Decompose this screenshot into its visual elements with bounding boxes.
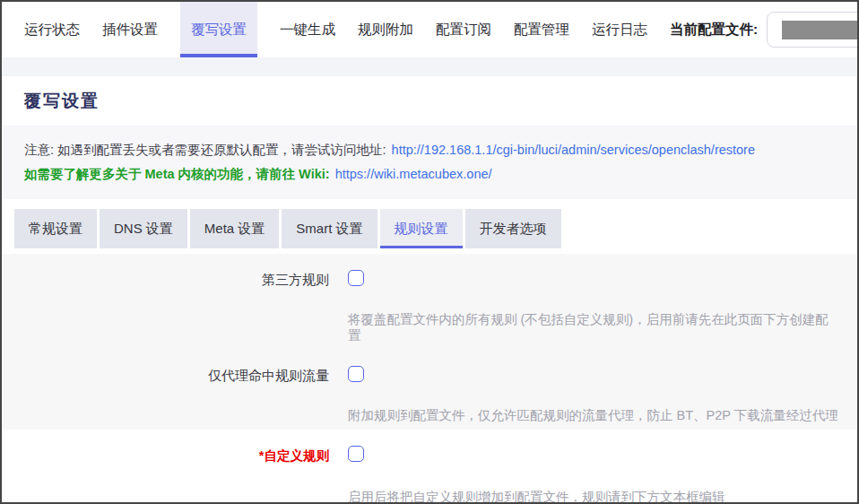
subtab-dns-settings[interactable]: DNS 设置 [100, 209, 187, 248]
subtab-developer-options[interactable]: 开发者选项 [465, 209, 561, 248]
restore-notice: 注意: 如遇到配置丢失或者需要还原默认配置，请尝试访问地址:http://192… [24, 138, 835, 162]
rules-settings-section: 第三方规则 将覆盖配置文件内的所有规则 (不包括自定义规则)，启用前请先在此页面… [2, 254, 857, 430]
wiki-link[interactable]: https://wiki.metacubex.one/ [335, 167, 492, 181]
field-custom-rules: *自定义规则 启用后将把自定义规则增加到配置文件，规则请到下方文本框编辑 [2, 430, 857, 504]
subtab-meta-settings[interactable]: Meta 设置 [190, 209, 280, 248]
nav-tab-one-key-generate[interactable]: 一键生成 [280, 2, 335, 57]
openclash-page: 运行状态 插件设置 覆写设置 一键生成 规则附加 配置订阅 配置管理 运行日志 … [0, 0, 859, 504]
profile-select[interactable] [767, 12, 859, 48]
restore-link[interactable]: http://192.168.1.1/cgi-bin/luci/admin/se… [392, 143, 755, 157]
divider-band [2, 57, 857, 76]
subtab-general-settings[interactable]: 常规设置 [14, 209, 97, 248]
subtab-rules-settings[interactable]: 规则设置 [380, 209, 463, 248]
proxy-only-rule-traffic-description: 附加规则到配置文件，仅允许匹配规则的流量代理，防止 BT、P2P 下载流量经过代… [329, 386, 857, 430]
notice-area: 注意: 如遇到配置丢失或者需要还原默认配置，请尝试访问地址:http://192… [2, 126, 857, 199]
wiki-notice-text: 如需要了解更多关于 Meta 内核的功能，请前往 Wiki: [24, 167, 330, 181]
wiki-notice: 如需要了解更多关于 Meta 内核的功能，请前往 Wiki:https://wi… [24, 162, 835, 187]
nav-tab-overwrite-settings[interactable]: 覆写设置 [180, 2, 257, 57]
custom-rules-section: *自定义规则 启用后将把自定义规则增加到配置文件，规则请到下方文本框编辑 [2, 430, 857, 504]
custom-rules-label: *自定义规则 [2, 430, 329, 465]
settings-subtabs: 常规设置 DNS 设置 Meta 设置 Smart 设置 规则设置 开发者选项 [2, 209, 857, 248]
proxy-only-rule-traffic-checkbox[interactable] [348, 366, 364, 382]
nav-tab-run-status[interactable]: 运行状态 [24, 2, 80, 57]
third-party-rules-description: 将覆盖配置文件内的所有规则 (不包括自定义规则)，启用前请先在此页面下方创建配置 [329, 290, 857, 350]
subtab-smart-settings[interactable]: Smart 设置 [282, 209, 377, 248]
third-party-rules-label: 第三方规则 [2, 254, 329, 290]
nav-tab-rules-append[interactable]: 规则附加 [358, 2, 413, 57]
field-third-party-rules: 第三方规则 将覆盖配置文件内的所有规则 (不包括自定义规则)，启用前请先在此页面… [2, 254, 857, 350]
heading-row: 覆写设置 [2, 76, 857, 126]
profile-switcher: 当前配置文件: 切换 [670, 2, 859, 57]
top-navigation: 运行状态 插件设置 覆写设置 一键生成 规则附加 配置订阅 配置管理 运行日志 … [2, 2, 857, 57]
nav-tab-run-log[interactable]: 运行日志 [592, 2, 647, 57]
nav-tab-plugin-settings[interactable]: 插件设置 [102, 2, 158, 57]
spacer [2, 199, 857, 209]
field-proxy-only-rule-traffic: 仅代理命中规则流量 附加规则到配置文件，仅允许匹配规则的流量代理，防止 BT、P… [2, 350, 857, 430]
nav-tab-config-subscribe[interactable]: 配置订阅 [436, 2, 491, 57]
custom-rules-description: 启用后将把自定义规则增加到配置文件，规则请到下方文本框编辑 [329, 465, 857, 504]
current-profile-label: 当前配置文件: [670, 21, 758, 39]
page-title: 覆写设置 [24, 90, 100, 113]
third-party-rules-checkbox[interactable] [348, 270, 364, 286]
nav-tab-config-manage[interactable]: 配置管理 [514, 2, 569, 57]
custom-rules-checkbox[interactable] [348, 446, 364, 462]
proxy-only-rule-traffic-label: 仅代理命中规则流量 [2, 350, 329, 386]
masked-profile-value [782, 21, 859, 39]
restore-notice-text: 注意: 如遇到配置丢失或者需要还原默认配置，请尝试访问地址: [24, 143, 386, 157]
